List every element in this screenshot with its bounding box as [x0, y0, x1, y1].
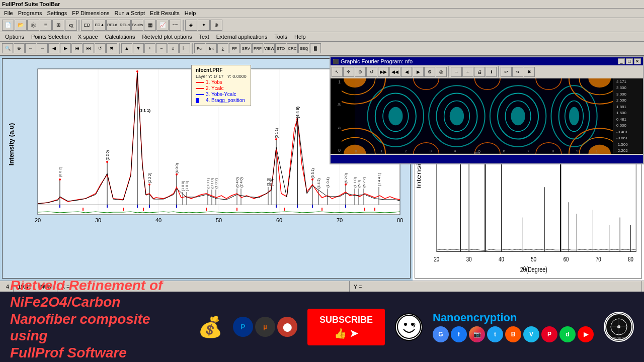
cross-btn[interactable]: ✖: [106, 43, 117, 53]
reld2-btn[interactable]: RELd: [119, 20, 131, 31]
f-cross[interactable]: ✛: [343, 67, 354, 77]
fp-btn[interactable]: FP: [229, 43, 240, 53]
google-icon[interactable]: G: [433, 326, 449, 342]
ed-prc-btn[interactable]: ED▲: [94, 20, 106, 31]
menu-tools[interactable]: Tools: [271, 33, 290, 40]
svg-text:.7: .7: [526, 149, 530, 153]
sum-btn[interactable]: ∑: [217, 43, 228, 53]
arrow-u[interactable]: ▲: [121, 43, 132, 53]
pinterest-icon[interactable]: P: [541, 326, 557, 342]
f-move[interactable]: ⊕: [355, 67, 366, 77]
right-btn[interactable]: →: [37, 43, 48, 53]
money-bag-icon: 💰: [198, 315, 223, 339]
menu-points-selection[interactable]: Points Selection: [28, 33, 74, 40]
menu-settings[interactable]: Settings: [45, 10, 69, 17]
legend-layer: Layer Y: 1/ 17: [196, 74, 223, 79]
reld-btn[interactable]: RELd: [106, 20, 118, 31]
bars-btn[interactable]: ▦: [144, 20, 156, 31]
next-btn[interactable]: ▶: [60, 43, 71, 53]
f-print[interactable]: 🖨: [474, 67, 485, 77]
f-undo[interactable]: ↩: [501, 67, 512, 77]
srv-btn[interactable]: SRV: [240, 43, 252, 53]
plot-btn[interactable]: 📈: [156, 20, 169, 31]
menu-x-space[interactable]: X space: [75, 33, 101, 40]
menu-rietveld-plot[interactable]: Rietveld plot options: [139, 33, 195, 40]
facebook-icon[interactable]: f: [451, 326, 467, 342]
prf-btn[interactable]: PRF: [252, 43, 263, 53]
fourier-maximize[interactable]: □: [626, 58, 633, 64]
menu-programs[interactable]: Programs: [16, 10, 44, 17]
menu-text[interactable]: Text: [196, 33, 212, 40]
menu-edit-results[interactable]: Edit Results: [148, 10, 182, 17]
f-refresh[interactable]: ↺: [366, 67, 377, 77]
f-settings[interactable]: ⚙: [424, 67, 435, 77]
end-btn[interactable]: ⊢: [179, 43, 190, 53]
fourier-window[interactable]: ⬛ Graphic Fourier Program: nfo _ □ ✕ ↖ ✛…: [330, 56, 644, 164]
int-btn[interactable]: Int: [206, 43, 217, 53]
f-target[interactable]: ◎: [436, 67, 447, 77]
open-btn[interactable]: 📂: [15, 20, 27, 31]
subscribe-button[interactable]: SUBSCRIBE 👍 ➤: [307, 309, 385, 345]
view-btn[interactable]: VIEW: [264, 43, 275, 53]
reset-btn[interactable]: ↺: [95, 43, 106, 53]
skip-fwd[interactable]: ⏭: [83, 43, 94, 53]
f-arrow-r[interactable]: →: [451, 67, 462, 77]
f-cursor[interactable]: ↖: [332, 67, 343, 77]
seq-btn[interactable]: SEQ: [298, 43, 309, 53]
plus-btn[interactable]: +: [144, 43, 155, 53]
ed-btn[interactable]: ED: [81, 20, 93, 31]
crystal-btn[interactable]: ◈: [185, 20, 197, 31]
table-btn[interactable]: ⊞: [52, 20, 64, 31]
menu-help2[interactable]: Help: [291, 33, 309, 40]
sym-btn[interactable]: ✦: [198, 20, 210, 31]
twitter-icon[interactable]: t: [487, 326, 503, 342]
y-0.5: .5: [337, 102, 341, 107]
f-arrow-l[interactable]: ←: [462, 67, 473, 77]
left-btn[interactable]: ←: [25, 43, 36, 53]
vimeo-icon[interactable]: V: [523, 326, 539, 342]
pcr-btn[interactable]: Pcr: [194, 43, 205, 53]
f-step-r[interactable]: ▶▶: [378, 67, 389, 77]
menu-run-script[interactable]: Run a Script: [113, 10, 147, 17]
svg-point-161: [397, 315, 421, 338]
menu-help[interactable]: Help: [183, 10, 198, 17]
minus-btn[interactable]: −: [156, 43, 167, 53]
crc-btn[interactable]: CRC: [287, 43, 298, 53]
new-btn[interactable]: 📄: [2, 20, 14, 31]
fourier-close[interactable]: ✕: [634, 58, 641, 64]
kchi-btn[interactable]: κχ: [65, 20, 77, 31]
fourier-minimize[interactable]: _: [618, 58, 625, 64]
fourier-titlebar[interactable]: ⬛ Graphic Fourier Program: nfo _ □ ✕: [331, 57, 643, 65]
f-fwd[interactable]: ▶: [413, 67, 424, 77]
menu-options[interactable]: Options: [2, 33, 27, 40]
toolbar-container: FullProf Suite ToolBar File Programs Set…: [0, 0, 644, 56]
menu-fp-dimensions[interactable]: FP Dimensions: [70, 10, 111, 17]
faults-btn[interactable]: Faults: [131, 20, 143, 31]
menu-external-apps[interactable]: External applications: [213, 33, 271, 40]
zoom-btn[interactable]: ⊕: [14, 43, 25, 53]
instagram-icon[interactable]: 📷: [469, 326, 485, 342]
f-info[interactable]: ℹ: [486, 67, 497, 77]
youtube-icon[interactable]: ▶: [578, 326, 594, 342]
sto-btn[interactable]: STO: [275, 43, 286, 53]
paypal-icon: P: [233, 317, 253, 337]
atom-btn[interactable]: ⚛: [27, 20, 39, 31]
f-redo[interactable]: ↪: [512, 67, 523, 77]
blogger-icon[interactable]: B: [505, 326, 521, 342]
magnify-btn[interactable]: 🔍: [2, 43, 13, 53]
f-close2[interactable]: ✖: [524, 67, 535, 77]
menu-calculations[interactable]: Calculations: [102, 33, 138, 40]
arrow-d[interactable]: ▼: [133, 43, 144, 53]
f-step-l[interactable]: ◀◀: [389, 67, 400, 77]
deviant-icon[interactable]: d: [559, 326, 576, 342]
menu-file[interactable]: File: [2, 10, 15, 17]
second-menu-bar: Options Points Selection X space Calcula…: [0, 32, 644, 42]
prev-btn[interactable]: ◀: [48, 43, 59, 53]
match-btn[interactable]: ⊕: [210, 20, 222, 31]
wave-btn[interactable]: 〰: [169, 20, 181, 31]
home-btn[interactable]: ⌂: [168, 43, 179, 53]
last-btn[interactable]: ▓: [310, 43, 321, 53]
list-btn[interactable]: ≡: [40, 20, 52, 31]
f-back[interactable]: ◀: [401, 67, 412, 77]
skip-back[interactable]: ⏮: [71, 43, 83, 53]
